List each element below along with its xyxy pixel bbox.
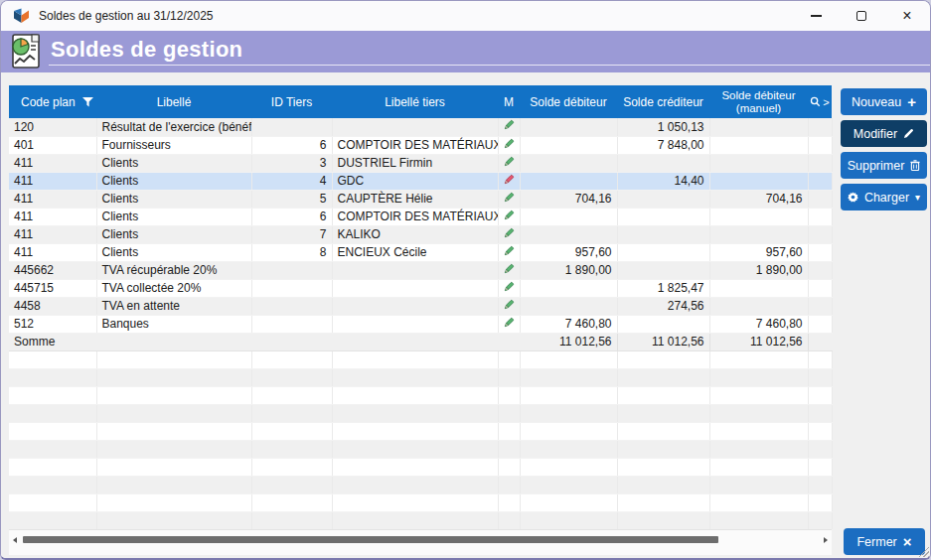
- table-row[interactable]: 411Clients5CAUPTÈRE Hélie704,16704,16: [9, 190, 832, 208]
- table-row[interactable]: 120Résultat de l'exercice (bénéfic1 050,…: [9, 118, 832, 136]
- cell-solde-debiteur-manuel: [709, 279, 808, 297]
- cell-solde-debiteur-manuel: [709, 172, 808, 190]
- cell-code-plan: 445662: [9, 261, 96, 279]
- cell-code-plan: 411: [9, 172, 96, 190]
- cell-id-tiers: [251, 279, 332, 297]
- cell-spacer: [808, 208, 832, 225]
- cell-solde-crediteur: [617, 154, 709, 172]
- cell-id-tiers: [251, 118, 332, 136]
- cell-code-plan: 120: [9, 118, 96, 136]
- supprimer-button[interactable]: Supprimer: [841, 152, 927, 179]
- cell-solde-debiteur-manuel: [709, 136, 808, 154]
- cell-id-tiers: 8: [251, 243, 332, 261]
- empty-row: [9, 476, 832, 493]
- table-row[interactable]: 512Banques7 460,807 460,80: [9, 315, 832, 333]
- plus-icon: +: [907, 93, 916, 110]
- cell-libelle: Banques: [96, 315, 251, 333]
- cell-solde-crediteur: [617, 315, 709, 333]
- column-header-id-tiers[interactable]: ID Tiers: [251, 85, 332, 118]
- cell-solde-debiteur: 957,60: [520, 243, 617, 261]
- cell-marker: [498, 136, 520, 154]
- scroll-right-arrow[interactable]: [820, 533, 832, 546]
- table-row[interactable]: 411Clients6COMPTOIR DES MATÉRIAUX: [9, 208, 832, 225]
- summary-solde-crediteur: 11 012,56: [617, 333, 709, 350]
- cell-spacer: [808, 243, 832, 261]
- horizontal-scrollbar[interactable]: [9, 533, 832, 546]
- modifier-button[interactable]: Modifier: [841, 120, 927, 147]
- column-header-code-plan[interactable]: Code plan: [9, 85, 96, 118]
- maximize-button[interactable]: [839, 1, 884, 31]
- table-row[interactable]: 411Clients4GDC14,40: [9, 172, 832, 190]
- chevron-right-icon[interactable]: >: [823, 96, 829, 108]
- cell-libelle-tiers: GDC: [332, 172, 498, 190]
- cell-code-plan: 411: [9, 208, 96, 225]
- main-content: Code plan Libellé ID Tiers Libellé tiers…: [1, 72, 930, 558]
- column-header-libelle[interactable]: Libellé: [96, 85, 251, 118]
- table-row[interactable]: 411Clients8ENCIEUX Cécile957,60957,60: [9, 243, 832, 261]
- search-icon[interactable]: [810, 96, 821, 107]
- cell-solde-debiteur: [520, 297, 617, 315]
- cell-solde-debiteur-manuel: [709, 154, 808, 172]
- scrollbar-thumb[interactable]: [23, 536, 718, 543]
- nouveau-button[interactable]: Nouveau +: [841, 88, 927, 115]
- cell-id-tiers: [251, 261, 332, 279]
- cell-spacer: [808, 333, 832, 350]
- charger-button[interactable]: Charger ▾: [841, 184, 927, 210]
- cell-libelle-tiers: [332, 261, 498, 279]
- table-row[interactable]: 411Clients3DUSTRIEL Firmin: [9, 154, 832, 172]
- cell-solde-debiteur: [520, 279, 617, 297]
- close-x-icon: ×: [903, 533, 912, 550]
- table-row[interactable]: 445715TVA collectée 20%1 825,47: [9, 279, 832, 297]
- empty-row: [9, 368, 832, 386]
- cell-marker: [498, 208, 520, 225]
- scrollbar-track[interactable]: [21, 535, 820, 544]
- cell-solde-crediteur: 274,56: [617, 297, 709, 315]
- cell-solde-crediteur: [617, 190, 709, 208]
- app-icon: [13, 8, 30, 25]
- table-row[interactable]: 401Fournisseurs6COMPTOIR DES MATÉRIAUX7 …: [9, 136, 832, 154]
- pencil-marker-icon: [503, 174, 515, 186]
- pencil-marker-icon: [503, 210, 515, 221]
- column-header-solde-crediteur[interactable]: Solde créditeur: [617, 85, 709, 118]
- cell-solde-debiteur-manuel: [709, 208, 808, 225]
- action-buttons: Nouveau + Modifier Supprimer Charger: [841, 88, 927, 215]
- minimize-button[interactable]: [793, 1, 839, 31]
- cell-solde-debiteur: [520, 172, 617, 190]
- column-header-tools: >: [808, 85, 832, 118]
- column-header-solde-debiteur-manuel[interactable]: Solde débiteur (manuel): [709, 85, 808, 118]
- column-header-solde-debiteur[interactable]: Solde débiteur: [520, 85, 617, 118]
- empty-row: [9, 404, 832, 422]
- filter-icon[interactable]: [82, 97, 93, 107]
- cell-libelle-tiers: [332, 118, 498, 136]
- empty-row: [9, 458, 832, 476]
- report-chart-icon: [9, 34, 41, 70]
- fermer-button[interactable]: Fermer ×: [844, 528, 925, 555]
- table-row[interactable]: 4458TVA en attente274,56: [9, 297, 832, 315]
- left-triangle-icon: [13, 537, 17, 543]
- column-header-m[interactable]: M: [498, 85, 520, 118]
- cell-libelle: Clients: [96, 190, 251, 208]
- cell-spacer: [808, 225, 832, 243]
- cell-solde-debiteur: [520, 136, 617, 154]
- cell-solde-debiteur: 1 890,00: [520, 261, 617, 279]
- empty-row: [9, 493, 832, 511]
- cell-marker: [498, 261, 520, 279]
- table-row[interactable]: 411Clients7KALIKO: [9, 225, 832, 243]
- cell-solde-debiteur-manuel: 7 460,80: [709, 315, 808, 333]
- pencil-marker-icon: [503, 227, 515, 239]
- pencil-marker-icon: [503, 263, 515, 275]
- resize-grip[interactable]: [916, 544, 929, 557]
- column-header-libelle-tiers[interactable]: Libellé tiers: [332, 85, 498, 118]
- table-header-row: Code plan Libellé ID Tiers Libellé tiers…: [9, 85, 832, 118]
- empty-row: [9, 422, 832, 440]
- cell-libelle-tiers: [332, 315, 498, 333]
- scroll-left-arrow[interactable]: [9, 533, 21, 546]
- balances-table-wrap: Code plan Libellé ID Tiers Libellé tiers…: [9, 85, 832, 530]
- summary-solde-debiteur: 11 012,56: [520, 333, 617, 350]
- table-row[interactable]: 445662TVA récupérable 20%1 890,001 890,0…: [9, 261, 832, 279]
- titlebar: Soldes de gestion au 31/12/2025 ×: [1, 1, 930, 31]
- cell-code-plan: 512: [9, 315, 96, 333]
- window-controls: ×: [793, 1, 930, 31]
- close-button[interactable]: ×: [884, 1, 930, 31]
- cell-code-plan: 411: [9, 243, 96, 261]
